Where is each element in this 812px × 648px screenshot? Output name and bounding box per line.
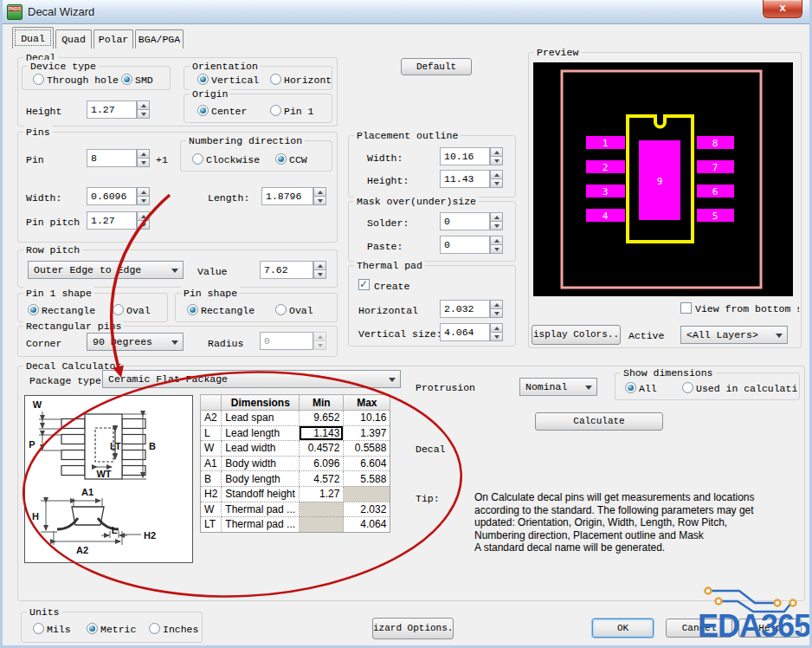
tab-polar[interactable]: Polar (93, 29, 133, 49)
cell-max[interactable]: 1.397 (344, 425, 390, 441)
create-label[interactable]: Create (374, 281, 409, 292)
radio-inches[interactable] (149, 623, 160, 634)
default-button[interactable]: Default (401, 58, 472, 75)
metric-label[interactable]: Metric (100, 624, 136, 635)
tab-bga-pga[interactable]: BGA/PGA (135, 29, 184, 49)
cancel-button[interactable]: Cancel (666, 619, 732, 638)
pin-count-input[interactable] (87, 149, 137, 167)
placement-height-input[interactable] (440, 170, 490, 188)
spin-up[interactable] (313, 187, 326, 197)
cell-min[interactable]: 0.4572 (300, 441, 344, 457)
vertical-label[interactable]: Vertical (211, 75, 265, 86)
spin-up[interactable] (490, 323, 503, 333)
radio-center[interactable] (197, 105, 209, 116)
horizontal-label[interactable]: Horizontal (284, 75, 332, 86)
radio-pin1-oval[interactable] (113, 304, 124, 315)
pin1-oval-label[interactable]: Oval (126, 305, 151, 316)
calculate-button[interactable]: Calculate (535, 412, 663, 431)
pin-length-input[interactable] (261, 187, 313, 205)
height-input[interactable] (87, 100, 137, 119)
center-label[interactable]: Center (211, 106, 247, 117)
cell-max[interactable]: 4.064 (344, 517, 390, 533)
clockwise-label[interactable]: Clockwise (206, 154, 260, 165)
ccw-label[interactable]: CCW (289, 154, 307, 165)
pin-width-input[interactable] (87, 187, 137, 205)
spin-down[interactable] (137, 197, 150, 205)
cell-max[interactable]: 2.032 (344, 502, 390, 517)
spin-down[interactable] (490, 333, 503, 341)
spin-down[interactable] (490, 179, 503, 188)
spin-down[interactable] (137, 159, 150, 167)
spin-up[interactable] (490, 147, 503, 157)
spin-down[interactable] (490, 157, 503, 165)
solder-input[interactable] (440, 212, 490, 230)
view-bottom-checkbox[interactable] (680, 302, 692, 314)
show-used-label[interactable]: Used in calculation (696, 383, 797, 394)
layers-combo[interactable]: <All Layers> (680, 326, 788, 344)
cell-max[interactable]: 0.5588 (344, 441, 390, 457)
cell-min-selected[interactable]: 1.143 (300, 425, 344, 441)
cell-min[interactable]: 1.27 (300, 486, 344, 502)
tab-quad[interactable]: Quad (55, 29, 92, 49)
mils-label[interactable]: Mils (47, 624, 71, 635)
title-bar[interactable]: PADS Decal Wizard x (0, 0, 812, 24)
corner-combo[interactable]: 90 Degrees (87, 333, 184, 351)
show-all-label[interactable]: All (639, 383, 657, 394)
pin-oval-label[interactable]: Oval (289, 305, 313, 316)
spin-up[interactable] (313, 261, 326, 270)
radio-pin1-rectangle[interactable] (28, 304, 39, 315)
radio-metric[interactable] (87, 623, 98, 634)
cell-min[interactable]: 4.572 (300, 471, 344, 487)
spin-down[interactable] (137, 110, 150, 119)
spin-up[interactable] (490, 236, 503, 245)
cell-min[interactable]: 6.096 (300, 456, 344, 471)
radio-pin1[interactable] (270, 105, 281, 116)
radio-clockwise[interactable] (192, 153, 203, 165)
close-button[interactable]: x (763, 0, 802, 18)
package-type-combo[interactable]: Ceramic Flat Package (102, 370, 401, 388)
spin-down[interactable] (313, 270, 326, 279)
create-checkbox[interactable] (358, 279, 370, 290)
spin-up[interactable] (137, 187, 150, 197)
spin-up[interactable] (137, 149, 150, 159)
display-colors-button[interactable]: isplay Colors.. (532, 325, 621, 345)
smd-label[interactable]: SMD (135, 75, 153, 86)
radio-pin-oval[interactable] (275, 304, 287, 315)
radio-pin-rectangle[interactable] (187, 304, 198, 315)
radio-ccw[interactable] (275, 153, 287, 165)
view-bottom-label[interactable]: View from bottom side (695, 303, 799, 314)
radio-mils[interactable] (33, 623, 44, 634)
spin-up[interactable] (137, 100, 150, 110)
row-pitch-mode-combo[interactable]: Outer Edge to Edge (28, 261, 184, 279)
radio-show-all[interactable] (625, 382, 636, 393)
cell-max[interactable]: 5.588 (344, 471, 390, 487)
pin1-rectangle-label[interactable]: Rectangle (42, 305, 109, 316)
wizard-options-button[interactable]: izard Options.. (372, 618, 454, 639)
pin-rectangle-label[interactable]: Rectangle (201, 305, 255, 316)
spin-up[interactable] (490, 170, 503, 179)
radio-horizontal[interactable] (270, 74, 281, 85)
placement-width-input[interactable] (440, 147, 490, 165)
cell-max[interactable]: 10.16 (344, 411, 390, 426)
inches-label[interactable]: Inches (163, 624, 198, 635)
row-pitch-value-input[interactable] (260, 261, 313, 279)
spin-down[interactable] (490, 309, 503, 318)
radio-show-used[interactable] (682, 382, 693, 393)
pin-pitch-input[interactable] (87, 211, 137, 230)
radio-through-hole[interactable] (33, 74, 44, 85)
spin-up[interactable] (137, 211, 150, 221)
pin1-label[interactable]: Pin 1 (284, 106, 314, 117)
thermal-vertical-input[interactable] (440, 323, 490, 341)
cell-max[interactable]: 6.604 (344, 456, 390, 471)
paste-input[interactable] (440, 236, 490, 254)
protrusion-combo[interactable]: Nominal (519, 378, 597, 396)
spin-down[interactable] (313, 197, 326, 205)
through-hole-label[interactable]: Through hole (47, 75, 119, 86)
radio-vertical[interactable] (197, 74, 209, 85)
ok-button[interactable]: OK (592, 619, 654, 638)
radio-smd[interactable] (121, 74, 132, 85)
spin-up[interactable] (490, 212, 503, 222)
spin-down[interactable] (137, 221, 150, 230)
cell-min[interactable]: 9.652 (300, 411, 344, 426)
spin-down[interactable] (490, 245, 503, 254)
